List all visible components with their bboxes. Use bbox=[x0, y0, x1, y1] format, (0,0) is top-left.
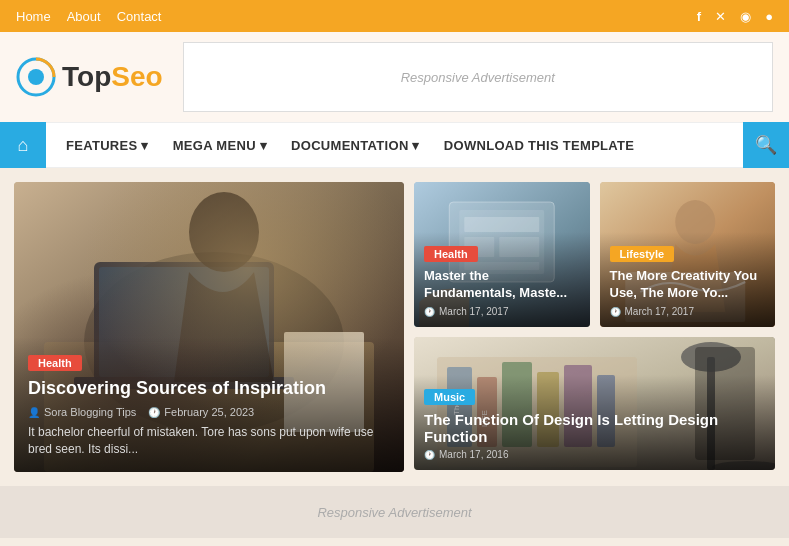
top-row: Health Master the Fundamentals, Maste...… bbox=[414, 182, 775, 327]
featured-title: Discovering Sources of Inspiration bbox=[28, 377, 390, 400]
svg-rect-13 bbox=[464, 217, 539, 232]
home-icon: ⌂ bbox=[18, 135, 29, 156]
card-creativity-overlay: Lifestyle The More Creativity You Use, T… bbox=[600, 232, 776, 327]
clock-icon-creativity: 🕐 bbox=[610, 307, 621, 317]
main-content: Health Discovering Sources of Inspiratio… bbox=[0, 168, 789, 486]
card-creativity[interactable]: Lifestyle The More Creativity You Use, T… bbox=[600, 182, 776, 327]
card-master-meta: 🕐 March 17, 2017 bbox=[424, 306, 580, 317]
logo-text-seo: Seo bbox=[111, 61, 162, 93]
card-design-title: The Function Of Design Is Letting Design… bbox=[424, 411, 765, 445]
main-navbar: ⌂ FEATURES ▾ MEGA MENU ▾ DOCUMENTATION ▾… bbox=[0, 122, 789, 168]
nav-search-button[interactable]: 🔍 bbox=[743, 122, 789, 168]
card-master-title: Master the Fundamentals, Maste... bbox=[424, 268, 580, 302]
card-design-tag: Music bbox=[424, 389, 475, 405]
svg-point-29 bbox=[681, 342, 741, 372]
clock-icon-master: 🕐 bbox=[424, 307, 435, 317]
card-master-overlay: Health Master the Fundamentals, Maste...… bbox=[414, 232, 590, 327]
nav-contact[interactable]: Contact bbox=[117, 9, 162, 24]
right-column: Health Master the Fundamentals, Maste...… bbox=[414, 182, 775, 472]
twitter-icon[interactable]: ✕ bbox=[715, 9, 726, 24]
nav-features[interactable]: FEATURES ▾ bbox=[56, 122, 159, 168]
nav-download[interactable]: DOWNLOAD THIS TEMPLATE bbox=[434, 122, 645, 168]
featured-date: 🕐 February 25, 2023 bbox=[148, 406, 254, 418]
clock-icon-design: 🕐 bbox=[424, 450, 435, 460]
featured-tag: Health bbox=[28, 355, 82, 371]
user-icon: 👤 bbox=[28, 407, 40, 418]
header: TopSeo Responsive Advertisement bbox=[0, 32, 789, 122]
card-design-overlay: Music The Function Of Design Is Letting … bbox=[414, 375, 775, 470]
topbar-social-icons: f ✕ ◉ ● bbox=[697, 9, 773, 24]
nav-home-icon[interactable]: ⌂ bbox=[0, 122, 46, 168]
card-master-tag: Health bbox=[424, 246, 478, 262]
logo[interactable]: TopSeo bbox=[16, 57, 163, 97]
card-master[interactable]: Health Master the Fundamentals, Maste...… bbox=[414, 182, 590, 327]
card-design-meta: 🕐 March 17, 2016 bbox=[424, 449, 765, 460]
card-design[interactable]: The LIFE Music The Function Of Design Is… bbox=[414, 337, 775, 470]
nav-mega-menu[interactable]: MEGA MENU ▾ bbox=[163, 122, 277, 168]
instagram-icon[interactable]: ◉ bbox=[740, 9, 751, 24]
nav-links: FEATURES ▾ MEGA MENU ▾ DOCUMENTATION ▾ D… bbox=[46, 122, 743, 168]
svg-point-1 bbox=[28, 69, 44, 85]
bottom-ad-banner: Responsive Advertisement bbox=[0, 486, 789, 538]
nav-home[interactable]: Home bbox=[16, 9, 51, 24]
topbar-nav: Home About Contact bbox=[16, 9, 161, 24]
clock-icon: 🕐 bbox=[148, 407, 160, 418]
featured-author: 👤 Sora Blogging Tips bbox=[28, 406, 136, 418]
svg-point-9 bbox=[189, 192, 259, 272]
bottom-ad-text: Responsive Advertisement bbox=[317, 505, 471, 520]
search-icon: 🔍 bbox=[755, 134, 777, 156]
card-creativity-title: The More Creativity You Use, The More Yo… bbox=[610, 268, 766, 302]
featured-overlay: Health Discovering Sources of Inspiratio… bbox=[14, 337, 404, 472]
featured-excerpt: It bachelor cheerful of mistaken. Tore h… bbox=[28, 424, 390, 458]
card-creativity-meta: 🕐 March 17, 2017 bbox=[610, 306, 766, 317]
circle-icon[interactable]: ● bbox=[765, 9, 773, 24]
nav-about[interactable]: About bbox=[67, 9, 101, 24]
facebook-icon[interactable]: f bbox=[697, 9, 701, 24]
featured-article[interactable]: Health Discovering Sources of Inspiratio… bbox=[14, 182, 404, 472]
nav-documentation[interactable]: DOCUMENTATION ▾ bbox=[281, 122, 430, 168]
topbar: Home About Contact f ✕ ◉ ● bbox=[0, 0, 789, 32]
header-ad-banner: Responsive Advertisement bbox=[183, 42, 773, 112]
featured-meta: 👤 Sora Blogging Tips 🕐 February 25, 2023 bbox=[28, 406, 390, 418]
card-creativity-tag: Lifestyle bbox=[610, 246, 675, 262]
ad-text: Responsive Advertisement bbox=[401, 70, 555, 85]
logo-text-top: Top bbox=[62, 61, 111, 93]
logo-icon bbox=[16, 57, 56, 97]
